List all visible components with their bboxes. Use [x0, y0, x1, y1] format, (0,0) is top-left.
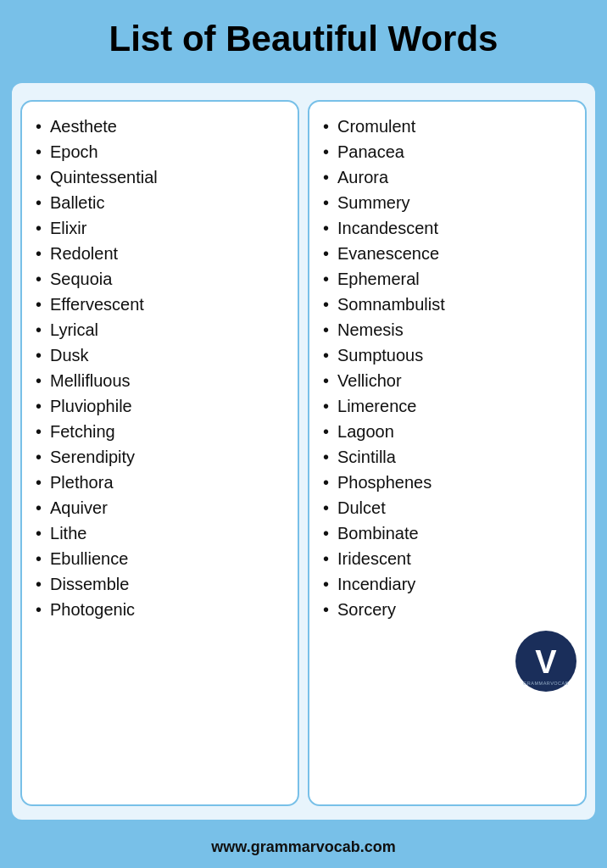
list-item: Lyrical	[36, 317, 289, 342]
logo-badge: V GRAMMARVOCAB	[515, 631, 576, 692]
list-item: Sorcery	[323, 597, 576, 622]
list-item: Balletic	[36, 190, 289, 215]
footer: www.grammarvocab.com	[0, 828, 607, 868]
list-item: Incendiary	[323, 571, 576, 597]
footer-url: www.grammarvocab.com	[211, 838, 395, 855]
list-item: Effervescent	[36, 292, 289, 317]
list-item: Quintessential	[36, 164, 289, 190]
list-item: Aquiver	[36, 495, 289, 520]
list-item: Dusk	[36, 342, 289, 368]
list-item: Iridescent	[323, 546, 576, 571]
svg-text:V: V	[535, 644, 557, 680]
list-item: Aesthete	[36, 114, 289, 139]
list-item: Vellichor	[323, 368, 576, 393]
list-item: Photogenic	[36, 597, 289, 622]
list-item: Sequoia	[36, 266, 289, 292]
list-item: Plethora	[36, 470, 289, 495]
list-item: Dissemble	[36, 571, 289, 597]
list-item: Lagoon	[323, 419, 576, 444]
list-item: Cromulent	[323, 114, 576, 139]
list-item: Evanescence	[323, 241, 576, 266]
list-item: Pluviophile	[36, 393, 289, 419]
list-item: Ephemeral	[323, 266, 576, 292]
list-item: Sumptuous	[323, 342, 576, 368]
list-item: Mellifluous	[36, 368, 289, 393]
list-item: Lithe	[36, 520, 289, 546]
right-word-list: CromulentPanaceaAuroraSummeryIncandescen…	[323, 114, 576, 622]
list-item: Incandescent	[323, 215, 576, 241]
list-item: Nemesis	[323, 317, 576, 342]
right-column: CromulentPanaceaAuroraSummeryIncandescen…	[308, 100, 587, 806]
list-item: Somnambulist	[323, 292, 576, 317]
list-item: Fetching	[36, 419, 289, 444]
list-item: Ebullience	[36, 546, 289, 571]
list-item: Aurora	[323, 164, 576, 190]
list-item: Phosphenes	[323, 470, 576, 495]
list-item: Bombinate	[323, 520, 576, 546]
list-item: Elixir	[36, 215, 289, 241]
list-item: Panacea	[323, 139, 576, 164]
list-item: Epoch	[36, 139, 289, 164]
list-item: Redolent	[36, 241, 289, 266]
list-item: Dulcet	[323, 495, 576, 520]
list-item: Summery	[323, 190, 576, 215]
list-item: Limerence	[323, 393, 576, 419]
main-content: AestheteEpochQuintessentialBalleticElixi…	[12, 83, 595, 820]
svg-text:GRAMMARVOCAB: GRAMMARVOCAB	[523, 681, 569, 686]
list-item: Serendipity	[36, 444, 289, 470]
left-word-list: AestheteEpochQuintessentialBalleticElixi…	[36, 114, 289, 622]
page-title: List of Beautiful Words	[20, 19, 587, 59]
left-column: AestheteEpochQuintessentialBalleticElixi…	[20, 100, 299, 806]
list-item: Scintilla	[323, 444, 576, 470]
header: List of Beautiful Words	[0, 0, 607, 75]
